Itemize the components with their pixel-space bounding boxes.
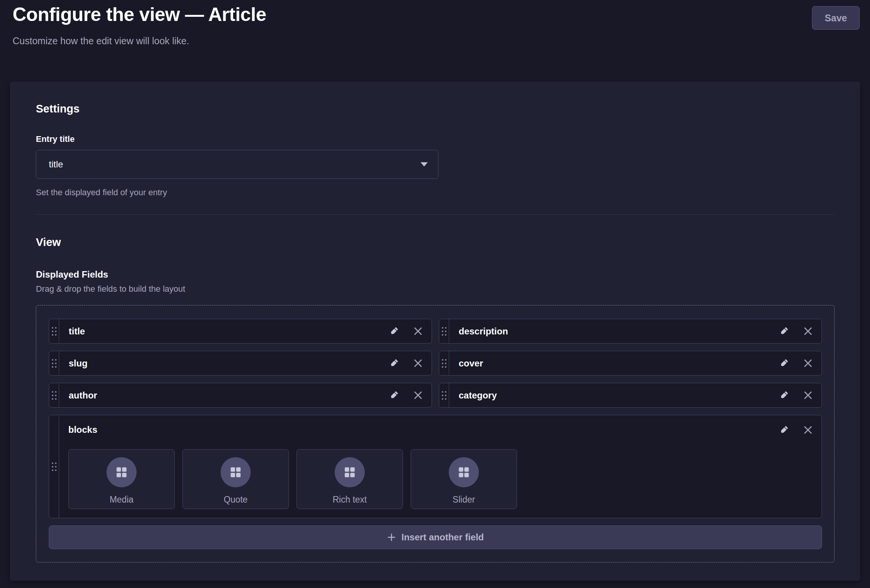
remove-field-button[interactable] (803, 358, 813, 368)
drag-handle[interactable] (49, 383, 59, 407)
pencil-icon (389, 326, 399, 336)
entry-title-select[interactable]: title (36, 150, 438, 179)
remove-field-button[interactable] (803, 425, 813, 435)
field-row-author: author (49, 383, 432, 408)
field-row-description: description (439, 319, 822, 344)
fields-drop-zone: title description slug (36, 305, 835, 562)
component-label: Media (110, 495, 134, 505)
entry-title-hint: Set the displayed field of your entry (36, 188, 834, 198)
insert-field-label: Insert another field (401, 532, 484, 543)
field-actions (779, 425, 813, 435)
field-name-label: description (459, 326, 508, 337)
cross-icon (803, 358, 813, 368)
pencil-icon (779, 390, 789, 400)
field-actions (389, 358, 432, 368)
caret-down-icon (420, 162, 428, 167)
edit-field-button[interactable] (779, 326, 789, 336)
component-card-slider[interactable]: Slider (411, 449, 517, 509)
component-card-rich-text[interactable]: Rich text (296, 449, 403, 509)
drag-icon (441, 391, 447, 400)
field-row-cover: cover (439, 351, 822, 376)
displayed-fields-label: Displayed Fields (36, 269, 834, 280)
component-icon-circle (221, 457, 251, 487)
field-row-slug: slug (49, 351, 432, 376)
drag-handle[interactable] (49, 319, 59, 343)
cross-icon (413, 326, 423, 336)
component-icon-circle (449, 457, 479, 487)
grid-icon (116, 467, 127, 477)
field-name-label: title (69, 326, 85, 337)
cross-icon (803, 425, 813, 435)
edit-field-button[interactable] (779, 358, 789, 368)
field-row-category: category (439, 383, 822, 408)
drag-icon (52, 462, 57, 471)
cross-icon (803, 326, 813, 336)
field-actions (779, 390, 822, 400)
grid-icon (459, 467, 469, 477)
field-name-label: author (69, 390, 97, 401)
remove-field-button[interactable] (413, 358, 423, 368)
drag-icon (441, 327, 447, 336)
field-actions (779, 326, 822, 336)
component-card-media[interactable]: Media (68, 449, 175, 509)
field-name-label: blocks (68, 424, 97, 435)
save-button[interactable]: Save (812, 6, 860, 30)
edit-field-button[interactable] (389, 326, 399, 336)
cross-icon (803, 390, 813, 400)
settings-heading: Settings (36, 102, 834, 115)
page-header: Configure the view — Article Customize h… (0, 0, 870, 47)
grid-icon (230, 467, 241, 477)
component-card-quote[interactable]: Quote (182, 449, 289, 509)
view-heading: View (36, 236, 834, 249)
component-label: Quote (224, 495, 248, 505)
component-label: Slider (453, 495, 475, 505)
component-icon-circle (335, 457, 365, 487)
drag-icon (52, 359, 57, 368)
cross-icon (413, 390, 423, 400)
drag-handle[interactable] (49, 351, 59, 375)
component-strip: Media Quote Rich text Slider (68, 449, 813, 509)
drag-icon (52, 327, 57, 336)
page-title: Configure the view — Article (13, 3, 859, 26)
pencil-icon (779, 358, 789, 368)
displayed-fields-hint: Drag & drop the fields to build the layo… (36, 284, 834, 294)
plus-icon (387, 533, 396, 542)
field-name-label: category (459, 390, 497, 401)
remove-field-button[interactable] (413, 390, 423, 400)
drag-handle[interactable] (439, 319, 449, 343)
configuration-card: Settings Entry title title Set the displ… (10, 82, 860, 581)
edit-field-button[interactable] (779, 425, 789, 435)
blocks-header: blocks (68, 424, 813, 435)
blocks-content: blocks Media Quote (59, 415, 822, 518)
pencil-icon (779, 326, 789, 336)
drag-icon (52, 391, 57, 400)
pencil-icon (389, 358, 399, 368)
drag-handle[interactable] (49, 415, 59, 518)
field-row-blocks: blocks Media Quote (49, 415, 822, 518)
field-name-label: slug (69, 358, 87, 369)
grid-icon (345, 467, 355, 477)
component-label: Rich text (333, 495, 367, 505)
cross-icon (413, 358, 423, 368)
pencil-icon (389, 390, 399, 400)
drag-icon (441, 359, 447, 368)
field-actions (779, 358, 822, 368)
field-actions (389, 326, 432, 336)
entry-title-label: Entry title (36, 134, 834, 144)
component-icon-circle (106, 457, 137, 487)
insert-field-button[interactable]: Insert another field (49, 525, 822, 549)
entry-title-select-value: title (49, 159, 63, 170)
edit-field-button[interactable] (389, 358, 399, 368)
field-name-label: cover (459, 358, 483, 369)
edit-field-button[interactable] (389, 390, 399, 400)
edit-field-button[interactable] (779, 390, 789, 400)
remove-field-button[interactable] (803, 326, 813, 336)
page-subtitle: Customize how the edit view will look li… (13, 35, 859, 47)
pencil-icon (779, 425, 789, 435)
field-row-title: title (49, 319, 432, 344)
section-divider (36, 214, 834, 215)
remove-field-button[interactable] (803, 390, 813, 400)
remove-field-button[interactable] (413, 326, 423, 336)
drag-handle[interactable] (439, 351, 449, 375)
drag-handle[interactable] (439, 383, 449, 407)
